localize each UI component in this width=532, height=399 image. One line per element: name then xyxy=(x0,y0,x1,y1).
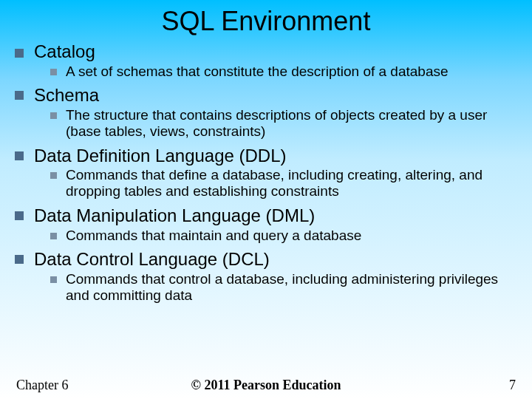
bullet-icon xyxy=(50,172,57,179)
footer-copyright: © 2011 Pearson Education xyxy=(191,378,341,393)
item-label: Data Manipulation Language (DML) xyxy=(34,205,315,226)
bullet-icon xyxy=(15,91,24,100)
list-subitem: Commands that maintain and query a datab… xyxy=(50,228,519,244)
list-item: Data Manipulation Language (DML) xyxy=(15,205,519,226)
subitem-label: The structure that contains descriptions… xyxy=(66,107,519,140)
bullet-icon xyxy=(50,69,57,75)
footer-chapter: Chapter 6 xyxy=(16,378,68,393)
bullet-icon xyxy=(15,151,24,160)
list-item: Data Definition Language (DDL) xyxy=(15,146,519,166)
slide-footer: Chapter 6 © 2011 Pearson Education 7 xyxy=(0,378,532,393)
slide-content: Catalog A set of schemas that constitute… xyxy=(0,41,532,304)
list-subitem: The structure that contains descriptions… xyxy=(50,107,519,140)
item-label: Catalog xyxy=(34,41,95,62)
subitem-label: Commands that define a database, includi… xyxy=(66,167,519,200)
item-label: Data Definition Language (DDL) xyxy=(34,146,287,166)
subitem-label: Commands that maintain and query a datab… xyxy=(66,228,361,244)
item-label: Data Control Language (DCL) xyxy=(34,249,270,270)
item-label: Schema xyxy=(34,85,99,106)
subitem-label: Commands that control a database, includ… xyxy=(66,271,519,304)
slide-title: SQL Environment xyxy=(0,0,532,41)
list-item: Schema xyxy=(15,85,519,106)
list-subitem: Commands that define a database, includi… xyxy=(50,167,519,200)
list-item: Data Control Language (DCL) xyxy=(15,249,519,270)
bullet-icon xyxy=(50,112,57,119)
bullet-icon xyxy=(50,233,57,239)
bullet-icon xyxy=(15,255,24,264)
bullet-icon xyxy=(15,211,24,220)
subitem-label: A set of schemas that constitute the des… xyxy=(66,64,449,80)
bullet-icon xyxy=(50,276,57,283)
footer-page-number: 7 xyxy=(509,378,516,393)
list-subitem: Commands that control a database, includ… xyxy=(50,271,519,304)
list-subitem: A set of schemas that constitute the des… xyxy=(50,64,519,80)
bullet-icon xyxy=(15,49,24,58)
list-item: Catalog xyxy=(15,41,519,62)
